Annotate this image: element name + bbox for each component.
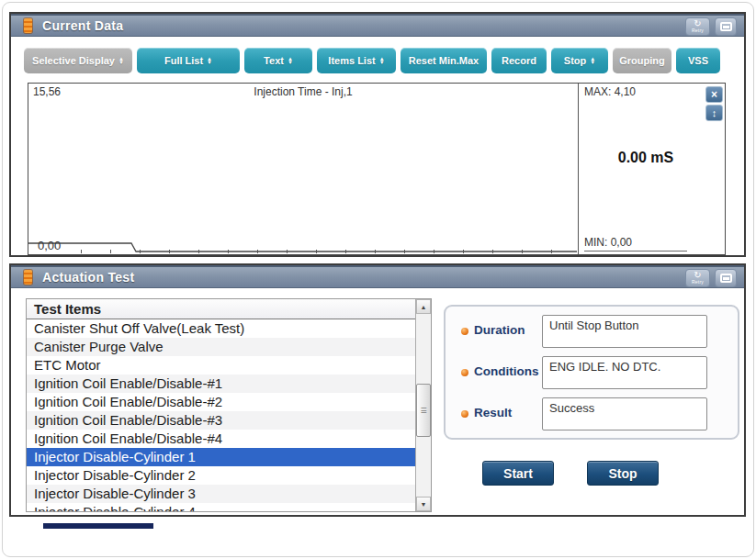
toolbar-button-label: Full List <box>164 55 203 66</box>
minimize-icon <box>720 274 732 283</box>
time-axis-ticks <box>81 250 575 253</box>
panel-marker-icon <box>24 18 32 33</box>
start-button[interactable]: Start <box>482 461 554 486</box>
actuation-test-panel: Actuation Test ↻ Retry Test Items Canist… <box>9 263 746 517</box>
clipped-ui-fragment <box>43 523 153 529</box>
toolbar-button-label: Selective Display <box>32 55 115 66</box>
graph-lower-bound-value: 0,00 <box>38 239 61 252</box>
spinner-arrows-icon: ▲▼ <box>118 57 124 64</box>
list-item[interactable]: Ignition Coil Enable/Disable-#1 <box>27 375 415 393</box>
toolbar-button-full-list[interactable]: Full List▲▼ <box>137 48 240 73</box>
toolbar-button-label: Grouping <box>619 55 665 66</box>
close-graph-button[interactable]: × <box>705 86 723 103</box>
toolbar-button-label: Stop <box>564 55 586 66</box>
autoscale-button[interactable]: ↕ <box>705 105 723 121</box>
result-field[interactable]: Success <box>542 397 707 430</box>
spinner-arrows-icon: ▲▼ <box>288 57 293 64</box>
list-item[interactable]: Canister Purge Valve <box>27 338 415 356</box>
list-item[interactable]: Injector Disable-Cylinder 1 <box>27 448 415 466</box>
toolbar-button-label: Items List <box>328 55 375 66</box>
result-label: Result <box>474 406 512 419</box>
graph-trace-area: 15,56 Injection Time - Inj,1 0,00 <box>28 84 579 254</box>
toolbar-button-selective-display[interactable]: Selective Display▲▼ <box>24 48 132 73</box>
list-item[interactable]: Ignition Coil Enable/Disable-#2 <box>27 393 415 411</box>
current-data-titlebar: Current Data ↻ Retry <box>11 14 744 37</box>
list-item[interactable]: Ignition Coil Enable/Disable-#4 <box>27 430 415 448</box>
panel-title: Actuation Test <box>42 270 134 285</box>
test-items-list: Canister Shut Off Valve(Leak Test)Canist… <box>27 319 415 511</box>
toolbar-button-reset-min-max[interactable]: Reset Min.Max <box>401 48 487 73</box>
conditions-label: Conditions <box>474 364 539 378</box>
spinner-arrows-icon: ▲▼ <box>590 57 595 64</box>
scroll-down-button[interactable]: ▼ <box>416 497 431 511</box>
waveform-trace <box>28 84 579 256</box>
graph-min-label: MIN: 0,00 <box>584 236 687 252</box>
spinner-arrows-icon: ▲▼ <box>379 57 385 64</box>
list-item[interactable]: Ignition Coil Enable/Disable-#3 <box>27 411 415 430</box>
list-item[interactable]: ETC Motor <box>27 356 415 375</box>
conditions-field[interactable]: ENG IDLE. NO DTC. <box>542 356 707 389</box>
minimize-button[interactable] <box>715 17 737 36</box>
list-item[interactable]: Injector Disable-Cylinder 3 <box>27 485 415 503</box>
list-item[interactable]: Injector Disable-Cylinder 2 <box>27 466 415 485</box>
toolbar-button-stop[interactable]: Stop▲▼ <box>551 48 608 73</box>
test-info-groupbox: Duration Until Stop Button Conditions EN… <box>444 305 739 440</box>
retry-button[interactable]: ↻ Retry <box>685 17 710 36</box>
toolbar-button-grouping[interactable]: Grouping <box>613 48 671 73</box>
graph-minmax-panel: MAX: 4,10 × ↕ 0.00 mS MIN: 0,00 <box>580 84 725 254</box>
retry-button[interactable]: ↻ Retry <box>685 269 710 287</box>
live-graph: 15,56 Injection Time - Inj,1 0,00 MAX: 4… <box>28 83 726 255</box>
test-items-listbox: Test Items Canister Shut Off Valve(Leak … <box>26 298 432 512</box>
toolbar-button-label: Record <box>502 55 536 66</box>
minimize-icon <box>720 22 732 31</box>
toolbar-button-items-list[interactable]: Items List▲▼ <box>317 48 396 73</box>
stop-button[interactable]: Stop <box>587 461 659 486</box>
toolbar-button-label: Text <box>264 55 284 66</box>
app-window: Current Data ↻ Retry Selective Display▲▼… <box>0 0 756 559</box>
scrollbar-thumb[interactable]: ☰ <box>416 384 431 437</box>
duration-field[interactable]: Until Stop Button <box>542 315 707 348</box>
scroll-up-button[interactable]: ▲ <box>416 299 431 314</box>
bullet-icon <box>461 328 468 335</box>
panel-title: Current Data <box>42 18 123 33</box>
actuation-test-titlebar: Actuation Test ↻ Retry <box>11 265 744 288</box>
spinner-arrows-icon: ▲▼ <box>207 57 212 64</box>
graph-max-label: MAX: 4,10 <box>584 85 636 98</box>
toolbar-button-vss[interactable]: VSS <box>676 48 720 73</box>
bullet-icon <box>461 369 468 376</box>
list-item[interactable]: Canister Shut Off Valve(Leak Test) <box>27 319 415 338</box>
toolbar-button-record[interactable]: Record <box>491 48 547 73</box>
panel-marker-icon <box>24 270 32 285</box>
bullet-icon <box>461 410 468 418</box>
current-data-panel: Current Data ↻ Retry Selective Display▲▼… <box>9 12 746 257</box>
test-items-header: Test Items <box>27 299 415 319</box>
toolbar-button-label: Reset Min.Max <box>409 55 479 66</box>
toolbar-button-text[interactable]: Text▲▼ <box>244 48 312 73</box>
toolbar-button-label: VSS <box>688 55 708 66</box>
list-scrollbar[interactable]: ▲ ☰ ▼ <box>415 299 431 511</box>
graph-current-value: 0.00 mS <box>580 150 712 166</box>
duration-label: Duration <box>474 323 525 337</box>
current-data-toolbar: Selective Display▲▼Full List▲▼Text▲▼Item… <box>13 48 742 73</box>
minimize-button[interactable] <box>715 269 737 287</box>
list-item[interactable]: Injector Disable-Cylinder 4 <box>27 503 415 511</box>
